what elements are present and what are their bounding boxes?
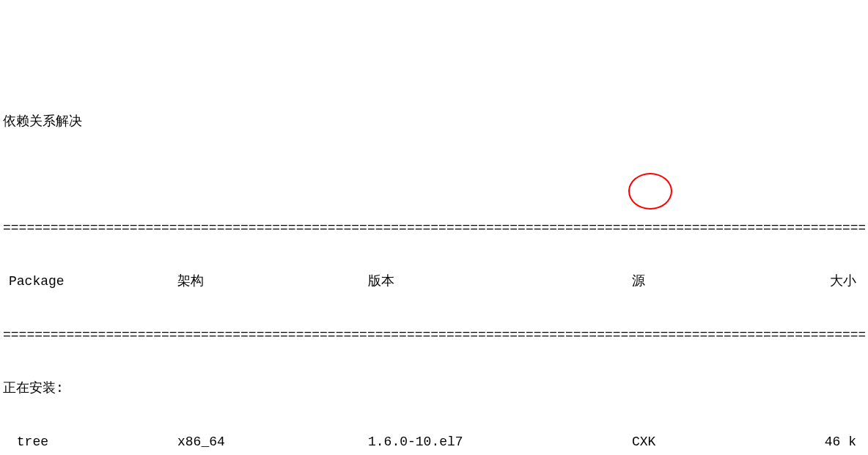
- table-header: Package 架构 版本 源 大小: [3, 273, 865, 290]
- dep-resolve-title: 依赖关系解决: [3, 113, 865, 130]
- cell-version: 1.6.0-10.el7: [368, 433, 632, 451]
- header-arch: 架构: [177, 273, 368, 290]
- table-row: tree x86_64 1.6.0-10.el7 CXK 46 k: [3, 433, 865, 451]
- terminal-output: 依赖关系解决 =================================…: [3, 77, 865, 455]
- header-version: 版本: [368, 273, 632, 290]
- cell-package: tree: [3, 433, 177, 451]
- section-installing: 正在安装:: [3, 380, 865, 397]
- header-size: 大小: [801, 273, 865, 290]
- cell-arch: x86_64: [177, 433, 368, 451]
- cell-size: 46 k: [801, 433, 865, 451]
- header-package: Package: [3, 273, 177, 290]
- separator-top: ========================================…: [3, 219, 865, 237]
- header-repo: 源: [632, 273, 801, 290]
- separator-middle: ========================================…: [3, 326, 865, 344]
- cell-repo: CXK: [632, 433, 801, 451]
